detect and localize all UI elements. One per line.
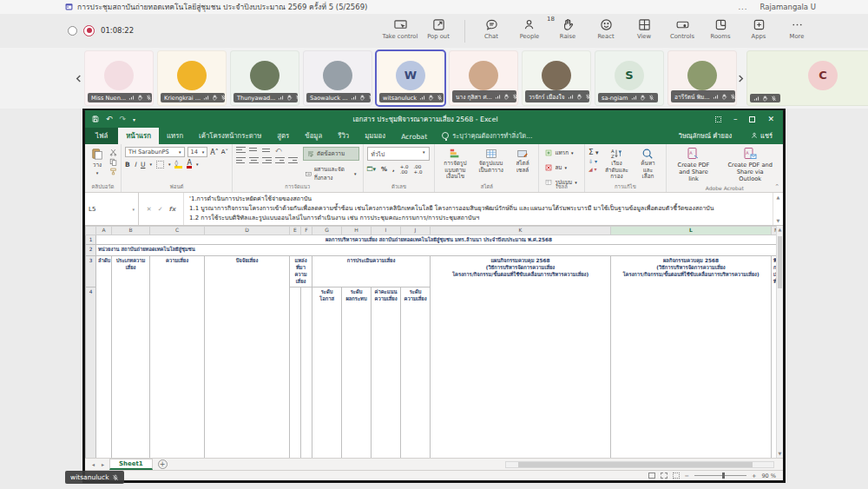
redo-icon[interactable]: ↷ [120,115,127,123]
column-header-F[interactable]: F [301,227,312,235]
participant-tile[interactable]: Kriengkrai ... [157,50,227,106]
participant-tile[interactable]: Thunyawad... [230,50,299,106]
column-header-E[interactable]: E [290,227,301,235]
ribbon-tab-4[interactable]: เค้าโครงหน้ากระดาษ [191,128,269,144]
format-painter-icon[interactable] [109,168,117,175]
restore-button[interactable] [749,116,755,122]
react-button[interactable]: React [589,18,623,40]
header-level[interactable]: ระดับ ความเสี่ยง [401,287,431,458]
more-options[interactable]: ... [738,3,747,11]
increase-indent-icon[interactable] [288,157,298,164]
people-button[interactable]: 18 People [512,18,547,40]
format-as-table-button[interactable]: จัดรูปแบบเป็นตาราง [476,147,507,175]
font-size-select[interactable]: 14▾ [187,147,208,157]
fill-color-icon[interactable]: ◊ [174,161,182,169]
formula-content[interactable]: '1.การดำเนินการประหยัดค่าใช้จ่ายของสถาบั… [184,193,773,225]
row-header-3[interactable]: 3 [86,256,96,287]
italic-button[interactable]: I [135,161,136,169]
row-header-4[interactable]: 4 [86,287,96,458]
bold-button[interactable]: B [125,161,130,169]
column-header-B[interactable]: B [112,227,150,235]
column-header-C[interactable]: C [150,227,205,235]
normal-view-icon[interactable] [648,472,655,479]
participant-tile[interactable]: วรจักร์ เมืองใจ [522,50,591,106]
page-break-view-icon[interactable] [673,472,680,479]
collapse-ribbon-icon[interactable]: ⌃ [774,183,779,190]
autosum-icon[interactable]: Σ ▾ [589,148,598,156]
participant-tile[interactable]: นาง กุลิสา ศ... [449,50,518,106]
cell-sheet-title[interactable]: ผลการบริหารความเสี่ยง สถาบันถ่ายทอดเทคโน… [96,235,782,245]
participant-tile[interactable]: อารีรัตน์ พิม... [667,50,737,106]
header-chance[interactable]: ระดับโอกาส [312,287,342,458]
scroll-up-icon[interactable]: ▲ [777,226,783,234]
row-header-1[interactable]: 1 [86,235,96,245]
chat-button[interactable]: Chat [474,18,509,40]
ribbon-tab-8[interactable]: มุมมอง [357,128,393,144]
wrap-text-button[interactable]: ตัดข้อความ [303,147,359,161]
ribbon-tab-2[interactable]: หน้าแรก [118,128,159,144]
controls-button[interactable]: Controls [665,18,700,40]
column-header-H[interactable]: H [342,227,372,235]
formula-bar-scroll[interactable]: ▲▼ [773,193,783,225]
header-score[interactable]: ค่าคะแนน ความเสี่ยง [372,287,401,458]
font-name-select[interactable]: TH SarabunPS▾ [125,147,185,157]
more-button[interactable]: More [779,18,814,40]
zoom-out-icon[interactable]: − [685,472,689,479]
number-format-select[interactable]: ทั่วไป▾ [367,147,430,161]
scroll-down-icon[interactable]: ▼ [777,450,783,458]
pop-out-button[interactable]: Pop out [421,18,456,40]
sheet-tab-sheet1[interactable]: Sheet1 [109,459,153,470]
strip-scroll-right-button[interactable] [737,68,745,89]
header-result[interactable]: ผลกิจกรรมควบคุม 2568 (วิธีการบริหารจัดกา… [611,256,772,458]
paste-button[interactable]: วาง▾ [89,147,106,176]
insert-cells-button[interactable]: แทรก ▾ [542,147,579,159]
align-right-icon[interactable] [262,157,272,164]
borders-icon[interactable] [156,161,164,169]
raise-hand-button[interactable]: Raise [550,18,585,40]
ribbon-tab-6[interactable]: ข้อมูล [297,128,330,144]
column-header-G[interactable]: G [312,227,342,235]
account-name[interactable]: วิษณุลักษณ์ คำยอง [670,128,740,144]
column-header-A[interactable]: A [96,227,112,235]
header-source[interactable]: แหล่งที่มา ความเสี่ยง [290,256,312,287]
underline-button[interactable]: U [141,161,146,169]
apps-button[interactable]: Apps [741,18,776,40]
cancel-icon[interactable]: ✕ [147,206,152,213]
zoom-level[interactable]: 90 % [761,472,776,479]
sheet-nav-arrows[interactable]: ◂ ▸ [92,461,107,467]
cut-icon[interactable] [109,149,117,156]
align-bottom-icon[interactable] [262,147,272,154]
insert-function-icon[interactable]: fx [169,206,176,213]
font-color-icon[interactable]: A [187,160,191,169]
header-plan[interactable]: แผนกิจกรรมควบคุม 2568 (วิธีการบริหารจัดก… [431,256,611,458]
ribbon-tab-9[interactable]: Acrobat [393,130,435,144]
rooms-button[interactable]: Rooms [703,18,738,40]
orientation-icon[interactable]: ⤺ [275,147,281,154]
strip-scroll-left-button[interactable] [75,68,82,89]
column-header-I[interactable]: I [372,227,401,235]
participant-tile[interactable]: C [746,50,868,106]
cell-styles-button[interactable]: สไตล์เซลล์ [510,147,536,175]
header-impact[interactable]: ระดับ ผลกระทบ [342,287,372,458]
ribbon-tab-5[interactable]: สูตร [269,128,297,144]
zoom-slider[interactable] [694,475,746,476]
align-center-icon[interactable] [249,157,259,164]
zoom-in-icon[interactable]: + [752,472,756,479]
header-internal[interactable]: ภายใน [290,287,301,458]
participant-tile[interactable]: Miss Nuen... [84,50,154,106]
column-header-J[interactable]: J [401,227,431,235]
clear-icon[interactable]: ◢ ▾ [589,166,598,172]
view-button[interactable]: View [627,18,661,40]
cell-unit-name[interactable]: หน่วยงาน สถาบันถ่ายทอดเทคโนโลยีสู่ชุมชน [96,245,782,256]
shrink-font-icon[interactable]: A˅ [221,149,228,155]
page-layout-view-icon[interactable] [661,472,667,479]
participant-tile[interactable]: S sa-ngiam [595,50,664,106]
participant-tile[interactable]: Saowaluck ... [303,50,372,106]
qat-dropdown-icon[interactable]: ▾ [133,116,135,122]
create-pdf-share-link-button[interactable]: A Create PDF and Share link [670,147,718,183]
name-box[interactable]: L5▾ [85,193,139,225]
save-icon[interactable] [92,116,99,122]
tell-me-box[interactable]: ระบุว่าคุณต้องการทำสิ่งใด... [435,128,539,144]
row-header-2[interactable]: 2 [86,245,96,256]
header-factor[interactable]: ปัจจัยเสี่ยง [205,256,290,458]
